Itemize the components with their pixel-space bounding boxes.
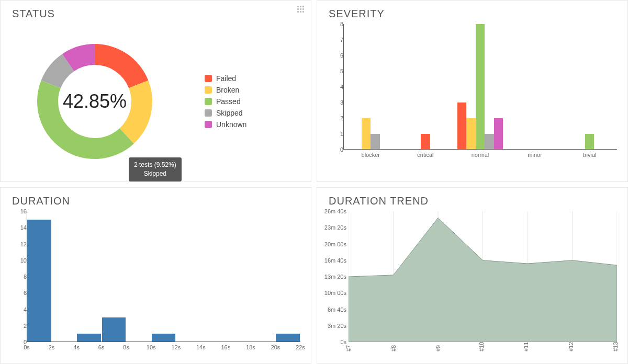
status-panel: STATUS 42.85% FailedBrokenPassedSkippedU… xyxy=(0,0,311,182)
x-tick: 6s xyxy=(98,344,105,350)
duration-panel: DURATION 0246810121416 0s2s4s6s8s10s12s1… xyxy=(0,187,311,364)
y-tick: 3m 20s xyxy=(322,323,346,329)
severity-bar[interactable] xyxy=(457,103,466,150)
x-tick: 0s xyxy=(24,344,30,350)
legend-item-broken[interactable]: Broken xyxy=(205,86,311,94)
y-tick: 14 xyxy=(9,224,27,231)
x-tick: 10s xyxy=(147,344,156,350)
duration-bar[interactable] xyxy=(77,334,101,342)
x-tick: #11 xyxy=(523,342,529,351)
x-tick: 2s xyxy=(49,344,55,350)
y-tick: 2 xyxy=(326,115,343,121)
tooltip-line1: 2 tests (9.52%) xyxy=(134,161,176,169)
legend-swatch xyxy=(205,75,212,82)
severity-panel: SEVERITY 012345678 blockercriticalnormal… xyxy=(317,0,628,182)
legend-item-failed[interactable]: Failed xyxy=(205,74,311,83)
duration-chart[interactable]: 0246810121416 0s2s4s6s8s10s12s14s16s18s2… xyxy=(27,211,300,352)
x-tick: trivial xyxy=(583,152,597,158)
x-tick: normal xyxy=(472,152,489,158)
y-tick: 6 xyxy=(9,290,27,296)
donut-slice-passed[interactable] xyxy=(37,81,134,159)
y-tick: 0 xyxy=(326,146,343,153)
y-tick: 13m 20s xyxy=(322,274,346,280)
y-tick: 20m 00s xyxy=(322,241,346,247)
duration-title: DURATION xyxy=(12,195,311,207)
x-tick: 18s xyxy=(246,344,255,350)
legend-label: Passed xyxy=(216,97,241,106)
y-tick: 5 xyxy=(326,68,343,74)
severity-bar[interactable] xyxy=(466,118,475,150)
x-tick: #13 xyxy=(612,342,619,351)
y-tick: 4 xyxy=(326,84,343,90)
x-tick: 4s xyxy=(73,344,80,350)
severity-bar[interactable] xyxy=(371,134,379,150)
legend-label: Broken xyxy=(216,86,239,94)
x-tick: #7 xyxy=(345,345,352,351)
x-tick: 12s xyxy=(171,344,181,350)
y-tick: 16 xyxy=(9,208,27,214)
status-tooltip: 2 tests (9.52%) Skipped xyxy=(129,157,182,181)
x-tick: 22s xyxy=(296,344,305,350)
y-tick: 16m 40s xyxy=(322,257,346,264)
y-tick: 6m 40s xyxy=(322,306,346,313)
severity-bar[interactable] xyxy=(585,134,594,150)
y-tick: 10 xyxy=(9,257,27,264)
y-tick: 3 xyxy=(326,99,343,106)
status-title: STATUS xyxy=(12,8,311,20)
trend-chart[interactable]: 0s3m 20s6m 40s10m 00s13m 20s16m 40s20m 0… xyxy=(349,211,617,352)
legend-label: Failed xyxy=(216,74,236,83)
drag-handle-icon[interactable] xyxy=(297,6,305,13)
severity-bar[interactable] xyxy=(485,134,494,150)
status-donut[interactable]: 42.85% xyxy=(1,24,189,179)
x-tick: 16s xyxy=(221,344,230,350)
y-tick: 23m 20s xyxy=(322,224,346,231)
x-tick: critical xyxy=(417,152,433,158)
severity-bar[interactable] xyxy=(362,118,371,150)
legend-swatch xyxy=(205,121,212,128)
legend-swatch xyxy=(205,86,212,94)
y-tick: 8 xyxy=(9,274,27,280)
trend-area xyxy=(349,211,617,342)
x-tick: 8s xyxy=(123,344,129,350)
y-tick: 0s xyxy=(322,339,346,345)
x-tick: #12 xyxy=(567,342,574,351)
severity-bar[interactable] xyxy=(494,118,503,150)
trend-panel: DURATION TREND 0s3m 20s6m 40s10m 00s13m … xyxy=(317,187,628,364)
y-tick: 2 xyxy=(9,323,27,329)
legend-swatch xyxy=(205,109,212,117)
legend-label: Skipped xyxy=(216,109,243,117)
x-tick: minor xyxy=(528,152,542,158)
trend-title: DURATION TREND xyxy=(329,195,627,207)
severity-title: SEVERITY xyxy=(329,8,627,20)
duration-bar[interactable] xyxy=(152,334,176,342)
x-tick: #9 xyxy=(435,345,441,351)
severity-chart[interactable]: 012345678 blockercriticalnormalminortriv… xyxy=(343,24,617,160)
x-tick: #8 xyxy=(390,345,396,351)
y-tick: 7 xyxy=(326,37,343,43)
legend-label: Unknown xyxy=(216,120,246,129)
tooltip-line2: Skipped xyxy=(134,169,176,178)
duration-bar[interactable] xyxy=(27,220,51,342)
y-tick: 4 xyxy=(9,306,27,313)
status-legend: FailedBrokenPassedSkippedUnknown xyxy=(189,71,311,132)
y-tick: 10m 00s xyxy=(322,290,346,296)
y-tick: 26m 40s xyxy=(322,208,346,214)
y-tick: 12 xyxy=(9,241,27,247)
legend-item-unknown[interactable]: Unknown xyxy=(205,120,311,129)
x-tick: blocker xyxy=(362,152,380,158)
severity-bar[interactable] xyxy=(421,134,430,150)
y-tick: 6 xyxy=(326,52,343,59)
duration-bar[interactable] xyxy=(276,334,300,342)
legend-swatch xyxy=(205,98,212,105)
x-tick: 14s xyxy=(196,344,206,350)
x-tick: 20s xyxy=(271,344,281,350)
duration-bar[interactable] xyxy=(102,317,126,342)
x-tick: #10 xyxy=(478,342,484,351)
y-tick: 8 xyxy=(326,21,343,27)
severity-bar[interactable] xyxy=(476,24,485,150)
y-tick: 1 xyxy=(326,131,343,137)
donut-slice-failed[interactable] xyxy=(95,44,148,88)
legend-item-passed[interactable]: Passed xyxy=(205,97,311,106)
legend-item-skipped[interactable]: Skipped xyxy=(205,109,311,117)
